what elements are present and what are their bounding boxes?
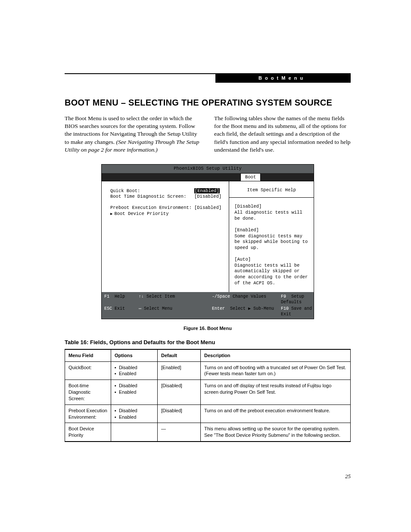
option-item: Disabled xyxy=(115,408,154,414)
page-title: BOOT MENU – SELECTING THE OPERATING SYST… xyxy=(65,97,351,109)
bios-help-line: [Enabled] xyxy=(234,227,308,233)
cell-options xyxy=(111,423,158,442)
bios-help-line xyxy=(234,221,308,227)
cell-field: QuickBoot: xyxy=(65,361,111,380)
fields-table: Menu Field Options Default Description Q… xyxy=(65,349,351,442)
option-item: Disabled xyxy=(115,383,154,389)
cell-default: [Disabled] xyxy=(158,380,201,405)
bios-tab-bar: Boot xyxy=(102,173,314,181)
bios-help-line: All diagnostic tests will be done. xyxy=(234,210,308,221)
key-select-sub: Select ▶ Sub-Menu xyxy=(230,306,274,311)
cell-options: DisabledEnabled xyxy=(111,361,158,380)
bios-settings-pane: Quick Boot: [Enabled] Boot Time Diagnost… xyxy=(102,181,229,292)
key-updown: ↑↓ xyxy=(139,294,144,299)
cell-field: Preboot Execution Environment: xyxy=(65,404,111,423)
table-row: Boot-time Diagnostic Screen:DisabledEnab… xyxy=(65,380,351,405)
bios-help-line: [Disabled] xyxy=(234,204,308,210)
bios-help-body: [Disabled] All diagnostic tests will be … xyxy=(229,198,314,292)
bios-help-pane: Item Specific Help [Disabled] All diagno… xyxy=(229,181,314,292)
cell-options: DisabledEnabled xyxy=(111,380,158,405)
bios-row-spacer xyxy=(110,200,224,205)
key-minus-space: -/Space xyxy=(212,294,230,299)
bios-help-line: Some diagnostic tests may be skipped whi… xyxy=(234,233,308,251)
bios-row-diag: Boot Time Diagnostic Screen: [Disabled] xyxy=(110,194,224,200)
intro-left: The Boot Menu is used to select the orde… xyxy=(65,115,201,156)
cell-default: [Enabled] xyxy=(158,361,201,380)
bios-value: [Disabled] xyxy=(194,205,224,211)
bios-tab-boot: Boot xyxy=(240,173,261,181)
key-enter: Enter xyxy=(212,306,225,311)
table-row: Boot Device Priority—This menu allows se… xyxy=(65,423,351,442)
intro-left-text: The Boot Menu is used to select the orde… xyxy=(65,115,201,154)
key-leftright: ↔ xyxy=(139,306,141,311)
cell-description: This menu allows setting up the source f… xyxy=(201,423,351,442)
intro-columns: The Boot Menu is used to select the orde… xyxy=(65,115,351,156)
intro-right-text: The following tables show the names of t… xyxy=(214,115,351,154)
option-item: Enabled xyxy=(115,389,154,395)
bios-row-submenu: Boot Device Priority xyxy=(110,211,224,217)
option-item: Disabled xyxy=(115,364,154,371)
option-item: Enabled xyxy=(115,370,154,377)
bios-value-selected: [Enabled] xyxy=(194,188,220,193)
bios-value: [Disabled] xyxy=(194,194,224,200)
th-default: Default xyxy=(158,349,201,361)
bios-help-line: Diagnostic tests will be automatically s… xyxy=(234,263,308,286)
bios-window-title: PhoenixBIOS Setup Utility xyxy=(102,165,314,173)
bios-help-line xyxy=(234,251,308,257)
bios-row-quickboot: Quick Boot: [Enabled] xyxy=(110,188,224,194)
th-options: Options xyxy=(111,349,158,361)
key-help: Help xyxy=(115,294,125,299)
cell-description: Turns on and off the preboot execution e… xyxy=(201,404,351,423)
bios-label: Preboot Execution Environment: xyxy=(110,205,194,211)
key-select-menu: Select Menu xyxy=(144,306,172,311)
key-f9: F9 xyxy=(281,294,286,299)
bios-label: Boot Time Diagnostic Screen: xyxy=(110,194,194,200)
option-item: Enabled xyxy=(115,414,154,420)
key-f10: F10 xyxy=(281,306,289,311)
cell-default: — xyxy=(158,423,201,442)
table-row: Preboot Execution Environment:DisabledEn… xyxy=(65,404,351,423)
bios-label: Quick Boot: xyxy=(110,188,194,194)
cell-default: [Disabled] xyxy=(158,404,201,423)
bios-help-title: Item Specific Help xyxy=(229,181,314,198)
breadcrumb-text: B o o t M e n u xyxy=(258,75,304,81)
key-esc: ESC xyxy=(104,306,112,311)
intro-right: The following tables show the names of t… xyxy=(214,115,351,156)
key-exit: Exit xyxy=(115,306,125,311)
bios-body: Quick Boot: [Enabled] Boot Time Diagnost… xyxy=(102,181,314,292)
key-change-values: Change Values xyxy=(233,294,266,299)
table-title: Table 16: Fields, Options and Defaults f… xyxy=(65,339,351,346)
bios-footer: F1 Help ↑↓ Select Item -/Space Change Va… xyxy=(102,292,314,319)
cell-options: DisabledEnabled xyxy=(111,404,158,423)
header-breadcrumb: B o o t M e n u xyxy=(215,73,351,83)
th-description: Description xyxy=(201,349,351,361)
bios-submenu-label: Boot Device Priority xyxy=(110,211,168,217)
th-menu-field: Menu Field xyxy=(65,349,111,361)
key-f1: F1 xyxy=(104,294,109,299)
cell-description: Turns on and off display of test results… xyxy=(201,380,351,405)
key-select-item: Select Item xyxy=(146,294,175,299)
bios-screenshot: PhoenixBIOS Setup Utility Boot Quick Boo… xyxy=(101,164,314,319)
page: B o o t M e n u BOOT MENU – SELECTING TH… xyxy=(0,0,411,532)
table-row: QuickBoot:DisabledEnabled[Enabled]Turns … xyxy=(65,361,351,380)
bios-row-preboot: Preboot Execution Environment: [Disabled… xyxy=(110,205,224,211)
table-header-row: Menu Field Options Default Description xyxy=(65,349,351,361)
cell-description: Turns on and off booting with a truncate… xyxy=(201,361,351,380)
cell-field: Boot Device Priority xyxy=(65,423,111,442)
figure-caption: Figure 16. Boot Menu xyxy=(65,325,351,332)
page-number: 25 xyxy=(345,473,351,480)
bios-help-line: [Auto] xyxy=(234,257,308,263)
cell-field: Boot-time Diagnostic Screen: xyxy=(65,380,111,405)
